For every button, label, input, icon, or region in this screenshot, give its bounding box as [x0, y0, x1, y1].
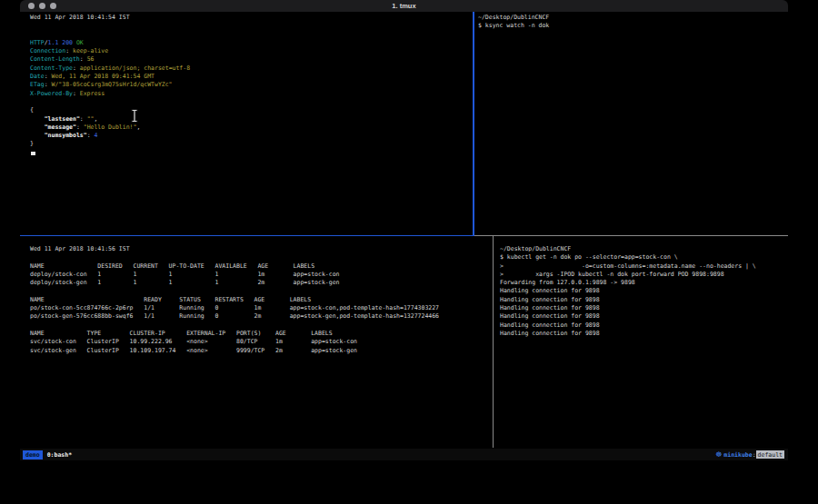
- terminal-line: {: [30, 106, 468, 114]
- terminal-line: NAME TYPE CLUSTER-IP EXTERNAL-IP PORT(S)…: [30, 330, 492, 338]
- terminal-line: "message": "Hello Dublin!",: [30, 124, 468, 132]
- terminal-line: [30, 98, 468, 106]
- terminal-line: Content-Type: application/json; charset=…: [30, 64, 468, 73]
- terminal-line: ~/Desktop/DublinCNCF: [500, 245, 787, 253]
- pane-border-vertical-active: [473, 12, 474, 235]
- kube-namespace-badge: default: [756, 450, 784, 459]
- terminal-line: Wed 11 Apr 2018 10:41:54 IST: [30, 14, 468, 22]
- terminal-line: [30, 253, 492, 262]
- terminal-line: Content-Length: 56: [30, 55, 468, 64]
- terminal-line: $ ksync watch -n dok: [478, 22, 787, 30]
- terminal-line: Handling connection for 9898: [500, 296, 787, 304]
- pane-http-response[interactable]: Wed 11 Apr 2018 10:41:54 ISTHTTP/1.1 200…: [20, 12, 472, 234]
- pane-port-forward[interactable]: ~/Desktop/DublinCNCF$ kubectl get -n dok…: [494, 236, 787, 448]
- kubernetes-icon: ☸: [715, 449, 722, 460]
- pane-border-horizontal-active: [20, 235, 474, 237]
- terminal-line: Handling connection for 9898: [500, 321, 787, 330]
- terminal-line: Connection: keep-alive: [30, 47, 468, 55]
- terminal-line: svc/stock-gen ClusterIP 10.109.197.74 <n…: [30, 347, 492, 355]
- terminal-line: deploy/stock-con 1 1 1 1 1m app=stock-co…: [30, 271, 492, 279]
- mouse-ibeam-cursor: [130, 109, 139, 123]
- pane-kubectl-resources[interactable]: Wed 11 Apr 2018 10:41:56 ISTNAME DESIRED…: [20, 236, 492, 448]
- terminal-line: Forwarding from 127.0.0.1:9898 -> 9898: [500, 279, 787, 287]
- terminal-line: deploy/stock-gen 1 1 1 1 2m app=stock-ge…: [30, 279, 492, 287]
- terminal-line: "numsymbols": 4: [30, 132, 468, 140]
- terminal-line: po/stock-con-5cc874766c-2p6rp 1/1 Runnin…: [30, 304, 492, 312]
- terminal-line: }: [30, 140, 468, 148]
- terminal-line: "lastseen": "",: [30, 115, 468, 124]
- terminal-line: [30, 287, 492, 295]
- kube-context-name: minikube: [723, 451, 752, 459]
- terminal-line: > xargs -IPOD kubectl -n dok port-forwar…: [500, 271, 787, 279]
- terminal-line: > -o=custom-columns=:metadata.name --no-…: [500, 262, 787, 271]
- session-name-badge[interactable]: demo: [23, 450, 43, 460]
- pane-ksync-watch[interactable]: ~/Desktop/DublinCNCF$ ksync watch -n dok: [474, 12, 787, 234]
- terminal-line: [30, 31, 468, 39]
- terminal-line: NAME READY STATUS RESTARTS AGE LABELS: [30, 296, 492, 304]
- terminal-line: Handling connection for 9898: [500, 287, 787, 295]
- tmux-status-bar: demo 0:bash* ☸ minikube : default: [20, 449, 788, 460]
- terminal-line: NAME DESIRED CURRENT UP-TO-DATE AVAILABL…: [30, 262, 492, 271]
- terminal-line: ~/Desktop/DublinCNCF: [478, 14, 787, 22]
- terminal-line: ETag: W/"38-05coCsrg3mQ75sHr1d/qcWTwYZc": [30, 81, 468, 89]
- terminal-line: Wed 11 Apr 2018 10:41:56 IST: [30, 245, 492, 253]
- terminal-line: Handling connection for 9898: [500, 304, 787, 312]
- terminal-line: Handling connection for 9898: [500, 330, 787, 338]
- pane-border-vertical: [493, 236, 494, 448]
- terminal-line: HTTP/1.1 200 OK: [30, 39, 468, 47]
- kube-context-status: ☸ minikube : default: [715, 449, 784, 460]
- terminal-window: 1. tmux Wed 11 Apr 2018 10:41:54 ISTHTTP…: [20, 0, 788, 481]
- terminal-line: [30, 22, 468, 30]
- terminal-line: po/stock-gen-576cc688bb-swqf6 1/1 Runnin…: [30, 312, 492, 321]
- window-tab-label[interactable]: 0:bash*: [47, 451, 72, 459]
- window-title: 1. tmux: [20, 0, 788, 12]
- terminal-line: $ kubectl get -n dok po --selector=app=s…: [500, 253, 787, 262]
- terminal-line: X-Powered-By: Express: [30, 90, 468, 98]
- window-titlebar[interactable]: 1. tmux: [20, 0, 788, 12]
- pane-border-horizontal: [474, 235, 788, 236]
- terminal-line: Handling connection for 9898: [500, 312, 787, 321]
- terminal-line: [30, 321, 492, 330]
- terminal-line: Date: Wed, 11 Apr 2018 09:41:54 GMT: [30, 73, 468, 81]
- terminal-cursor: [31, 152, 35, 155]
- desktop: 1. tmux Wed 11 Apr 2018 10:41:54 ISTHTTP…: [0, 0, 818, 504]
- terminal-line: svc/stock-con ClusterIP 10.99.222.96 <no…: [30, 338, 492, 346]
